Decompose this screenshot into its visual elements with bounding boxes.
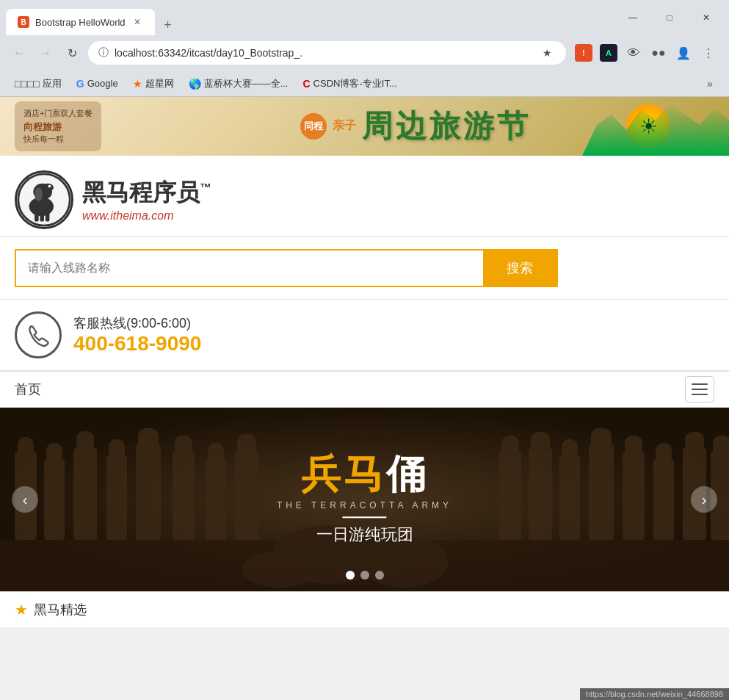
carousel-indicator-3[interactable]	[375, 571, 384, 580]
address-text: localhost:63342/itcast/day10_Bootstrap_.	[115, 47, 532, 59]
close-button[interactable]: ✕	[689, 6, 723, 29]
logo-url: www.itheima.com	[82, 209, 211, 223]
carousel-indicator-1[interactable]	[346, 571, 355, 580]
toolbar-icons: ! A 👁 ●● 👤 ⋮	[572, 41, 720, 65]
logo-circle	[15, 170, 73, 229]
security-icon: ⓘ	[98, 46, 109, 59]
navbar-toggle-button[interactable]	[685, 376, 714, 403]
bookmarks-more-button[interactable]: »	[700, 73, 720, 94]
address-bar: ← → ↻ ⓘ localhost:63342/itcast/day10_Boo…	[0, 35, 729, 71]
hero-title: 兵马俑	[277, 452, 452, 496]
csdn-icon: C	[302, 78, 310, 90]
new-tab-button[interactable]: +	[158, 15, 178, 35]
title-bar: B Bootstrap HelloWorld ✕ + — □ ✕	[0, 0, 729, 35]
google-icon: G	[76, 78, 84, 90]
extension-btn-1[interactable]: !	[572, 41, 595, 65]
search-input[interactable]	[16, 250, 483, 286]
svg-rect-6	[46, 212, 50, 222]
search-button[interactable]: 搜索	[483, 250, 556, 286]
ext-icon-2: A	[600, 44, 617, 62]
logo-brand: 黑马程序员™	[82, 177, 211, 209]
hero-title-white: 俑	[386, 452, 429, 496]
toggle-bar-3	[692, 394, 708, 395]
bookmark-apps[interactable]: □□□□ 应用	[9, 74, 68, 93]
toggle-bar-1	[692, 383, 708, 385]
browser-frame: B Bootstrap HelloWorld ✕ + — □ ✕ ← → ↻ ⓘ…	[0, 0, 729, 97]
bookmark-google[interactable]: G Google	[70, 75, 124, 93]
svg-point-2	[43, 184, 54, 192]
customer-service-section: 客服热线(9:00-6:00) 400-618-9090	[0, 300, 729, 371]
ext-icon-1: !	[575, 44, 592, 62]
carousel-indicator-2[interactable]	[360, 571, 369, 580]
logo-text-area: 黑马程序员™ www.itheima.com	[82, 177, 211, 223]
toggle-bar-2	[692, 389, 708, 390]
menu-button[interactable]: ⋮	[697, 41, 720, 65]
extension-btn-4[interactable]: ●●	[647, 41, 670, 65]
phone-icon	[15, 311, 62, 358]
navbar: 首页	[0, 371, 729, 408]
extension-btn-2[interactable]: A	[597, 41, 620, 65]
reload-button[interactable]: ↻	[62, 43, 82, 63]
tab-close-button[interactable]: ✕	[131, 16, 143, 28]
page-content: 酒店+门票双人套餐 向程旅游 快乐每一程 同程 亲子 周边旅游节 ☀	[0, 97, 729, 627]
address-icons: ★	[538, 44, 556, 62]
cs-phone: 400-618-9090	[73, 332, 201, 356]
svg-rect-5	[40, 212, 44, 222]
cs-label: 客服热线(9:00-6:00)	[73, 314, 201, 332]
chaoxing-icon: ★	[133, 78, 142, 90]
hero-title-yellow: 兵马	[301, 452, 386, 496]
svg-point-7	[48, 185, 51, 188]
site-header: 黑马程序员™ www.itheima.com	[0, 156, 729, 237]
footer-section: ★ 黑马精选	[0, 591, 729, 627]
tab-area: B Bootstrap HelloWorld ✕ +	[6, 0, 610, 35]
bookmark-chaoxing[interactable]: ★ 超星网	[127, 74, 180, 93]
hero-divider	[343, 517, 387, 519]
bookmark-lanqiao[interactable]: 🌎 蓝桥杯大赛——全...	[183, 74, 294, 93]
carousel-prev-button[interactable]: ‹	[12, 486, 38, 513]
bookmark-csdn[interactable]: C CSDN博客-专业IT...	[297, 74, 402, 93]
footer-star-icon: ★	[15, 601, 28, 618]
search-bar: 搜索	[15, 249, 558, 287]
forward-button[interactable]: →	[35, 43, 56, 63]
banner-subtitle: 亲子	[333, 118, 356, 134]
hero-carousel: 兵马俑 THE TERRACOTTA ARMY 一日游纯玩团 ‹ ›	[0, 408, 729, 591]
hero-subtitle-en: THE TERRACOTTA ARMY	[277, 501, 452, 511]
search-section: 搜索	[0, 237, 729, 300]
extension-btn-3[interactable]: 👁	[622, 41, 645, 65]
banner-ad: 酒店+门票双人套餐 向程旅游 快乐每一程 同程 亲子 周边旅游节 ☀	[0, 97, 729, 156]
back-button[interactable]: ←	[9, 43, 29, 63]
nav-home-item[interactable]: 首页	[15, 380, 685, 398]
cs-info: 客服热线(9:00-6:00) 400-618-9090	[73, 314, 201, 356]
apps-icon: □□□□	[15, 78, 40, 90]
banner-left-text: 酒店+门票双人套餐 向程旅游 快乐每一程	[15, 101, 101, 151]
logo-area: 黑马程序员™ www.itheima.com	[15, 170, 714, 229]
active-tab[interactable]: B Bootstrap HelloWorld ✕	[6, 9, 155, 35]
bookmark-icon[interactable]: ★	[538, 44, 556, 62]
banner-title: 周边旅游节	[362, 106, 531, 147]
account-button[interactable]: 👤	[672, 41, 695, 65]
banner-logo-circle: 同程	[300, 113, 327, 140]
hero-description: 一日游纯玩团	[277, 524, 452, 546]
hero-text: 兵马俑 THE TERRACOTTA ARMY 一日游纯玩团	[277, 452, 452, 546]
tab-favicon: B	[18, 16, 29, 28]
svg-rect-4	[35, 212, 39, 222]
maximize-button[interactable]: □	[653, 6, 686, 29]
bookmarks-bar: □□□□ 应用 G Google ★ 超星网 🌎 蓝桥杯大赛——全... C C…	[0, 71, 729, 97]
svg-point-8	[35, 187, 43, 201]
address-input-wrap[interactable]: ⓘ localhost:63342/itcast/day10_Bootstrap…	[88, 41, 566, 65]
lanqiao-icon: 🌎	[189, 78, 201, 90]
carousel-indicators	[346, 571, 384, 580]
minimize-button[interactable]: —	[616, 6, 650, 29]
footer-label: 黑马精选	[34, 601, 87, 618]
carousel-next-button[interactable]: ›	[691, 486, 717, 513]
tab-title: Bootstrap HelloWorld	[35, 17, 126, 28]
window-controls: — □ ✕	[616, 6, 723, 29]
